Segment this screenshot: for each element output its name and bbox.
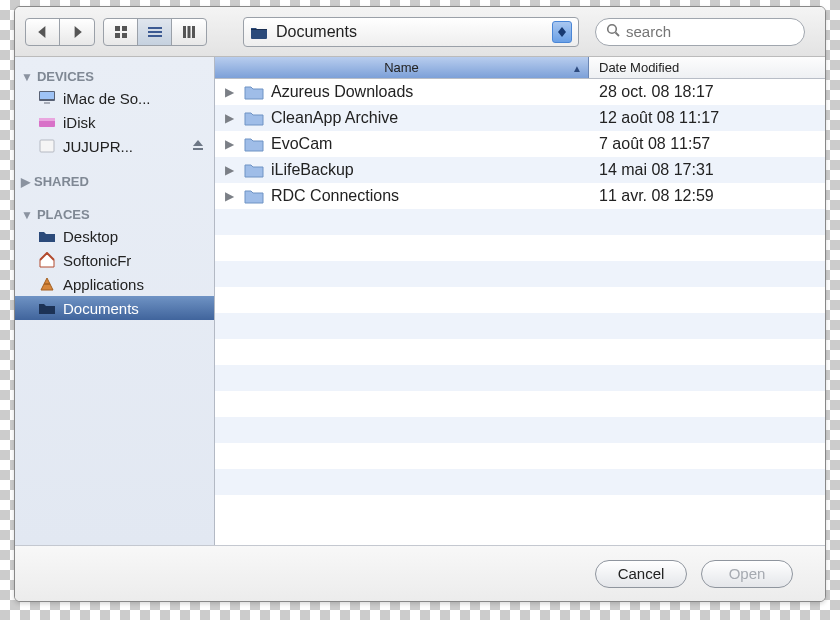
dialog-footer: Cancel Open — [15, 545, 825, 601]
svg-rect-14 — [44, 102, 50, 104]
sidebar-item-label: iMac de So... — [63, 90, 208, 107]
svg-rect-6 — [148, 35, 162, 37]
column-header-label: Name — [384, 60, 419, 75]
folder-icon — [243, 187, 265, 205]
disclosure-triangle-icon[interactable]: ▶ — [225, 163, 237, 177]
location-popup[interactable]: Documents — [243, 17, 579, 47]
folder-icon — [243, 109, 265, 127]
view-icon-button[interactable] — [104, 19, 138, 45]
table-row[interactable]: ▶ EvoCam 7 août 08 11:57 — [215, 131, 825, 157]
svg-line-11 — [616, 33, 620, 37]
svg-rect-0 — [115, 26, 120, 31]
folder-icon — [243, 135, 265, 153]
table-row[interactable]: ▶ CleanApp Archive 12 août 08 11:17 — [215, 105, 825, 131]
svg-rect-9 — [192, 26, 195, 38]
nav-forward-button[interactable] — [60, 19, 94, 45]
sidebar-group-label: PLACES — [37, 207, 90, 222]
disclosure-triangle-icon: ▼ — [21, 208, 33, 222]
nav-back-button[interactable] — [26, 19, 60, 45]
empty-row — [215, 209, 825, 235]
sidebar-group-label: DEVICES — [37, 69, 94, 84]
folder-icon — [243, 161, 265, 179]
empty-row — [215, 391, 825, 417]
button-label: Open — [729, 565, 766, 582]
file-name: RDC Connections — [271, 187, 399, 205]
svg-rect-8 — [188, 26, 191, 38]
file-list: Name ▲ Date Modified ▶ Azureus Downloads — [215, 57, 825, 545]
open-button[interactable]: Open — [701, 560, 793, 588]
disclosure-triangle-icon: ▶ — [21, 175, 30, 189]
column-headers: Name ▲ Date Modified — [215, 57, 825, 79]
search-input[interactable] — [626, 23, 794, 40]
sidebar-group-label: SHARED — [34, 174, 89, 189]
disclosure-triangle-icon[interactable]: ▶ — [225, 85, 237, 99]
svg-rect-12 — [39, 91, 55, 101]
button-label: Cancel — [618, 565, 665, 582]
empty-row — [215, 417, 825, 443]
file-date: 28 oct. 08 18:17 — [589, 83, 825, 101]
empty-row — [215, 261, 825, 287]
svg-rect-17 — [40, 140, 54, 152]
location-arrows-icon — [552, 21, 572, 43]
svg-point-10 — [608, 25, 617, 34]
svg-rect-5 — [148, 31, 162, 33]
sidebar-item-label: Documents — [63, 300, 208, 317]
location-label: Documents — [276, 23, 552, 41]
sidebar-item-jujupr[interactable]: JUJUPR... — [15, 134, 214, 158]
empty-row — [215, 313, 825, 339]
sidebar-item-desktop[interactable]: Desktop — [15, 224, 214, 248]
sidebar-item-imac[interactable]: iMac de So... — [15, 86, 214, 110]
svg-rect-15 — [39, 118, 55, 127]
sidebar-item-documents[interactable]: Documents — [15, 296, 214, 320]
disclosure-triangle-icon[interactable]: ▶ — [225, 137, 237, 151]
file-name: CleanApp Archive — [271, 109, 398, 127]
disclosure-triangle-icon[interactable]: ▶ — [225, 189, 237, 203]
svg-rect-1 — [122, 26, 127, 31]
search-icon — [606, 23, 620, 40]
view-list-button[interactable] — [138, 19, 172, 45]
file-date: 7 août 08 11:57 — [589, 135, 825, 153]
finder-open-dialog: Documents ▼ DEVICE — [14, 6, 826, 602]
column-header-name[interactable]: Name ▲ — [215, 57, 589, 78]
empty-row — [215, 287, 825, 313]
rows-container: ▶ Azureus Downloads 28 oct. 08 18:17 ▶ — [215, 79, 825, 545]
sidebar-item-idisk[interactable]: iDisk — [15, 110, 214, 134]
documents-folder-icon — [37, 299, 57, 317]
sidebar-item-label: Applications — [63, 276, 208, 293]
table-row[interactable]: ▶ RDC Connections 11 avr. 08 12:59 — [215, 183, 825, 209]
file-date: 12 août 08 11:17 — [589, 109, 825, 127]
empty-row — [215, 235, 825, 261]
view-mode-segmented — [103, 18, 207, 46]
empty-row — [215, 365, 825, 391]
desktop-folder-icon — [37, 227, 57, 245]
sidebar-group-header-shared[interactable]: ▶ SHARED — [15, 168, 214, 191]
svg-rect-3 — [122, 33, 127, 38]
view-columns-button[interactable] — [172, 19, 206, 45]
sidebar-group-header-places[interactable]: ▼ PLACES — [15, 201, 214, 224]
documents-folder-icon — [250, 25, 268, 39]
sidebar-item-applications[interactable]: Applications — [15, 272, 214, 296]
sidebar-item-label: SoftonicFr — [63, 252, 208, 269]
cancel-button[interactable]: Cancel — [595, 560, 687, 588]
sidebar-item-label: Desktop — [63, 228, 208, 245]
sort-ascending-icon: ▲ — [572, 62, 582, 73]
sidebar: ▼ DEVICES iMac de So... — [15, 57, 215, 545]
table-row[interactable]: ▶ iLifeBackup 14 mai 08 17:31 — [215, 157, 825, 183]
eject-icon[interactable] — [192, 138, 208, 154]
idisk-icon — [37, 113, 57, 131]
svg-rect-7 — [183, 26, 186, 38]
file-name: Azureus Downloads — [271, 83, 413, 101]
sidebar-item-softonicfr[interactable]: SoftonicFr — [15, 248, 214, 272]
sidebar-group-header-devices[interactable]: ▼ DEVICES — [15, 63, 214, 86]
disclosure-triangle-icon[interactable]: ▶ — [225, 111, 237, 125]
svg-rect-2 — [115, 33, 120, 38]
column-header-date[interactable]: Date Modified — [589, 57, 825, 78]
toolbar: Documents — [15, 7, 825, 57]
file-name: iLifeBackup — [271, 161, 354, 179]
main-area: ▼ DEVICES iMac de So... — [15, 57, 825, 545]
column-header-label: Date Modified — [599, 60, 679, 75]
table-row[interactable]: ▶ Azureus Downloads 28 oct. 08 18:17 — [215, 79, 825, 105]
svg-rect-18 — [193, 148, 203, 150]
disclosure-triangle-icon: ▼ — [21, 70, 33, 84]
empty-row — [215, 443, 825, 469]
